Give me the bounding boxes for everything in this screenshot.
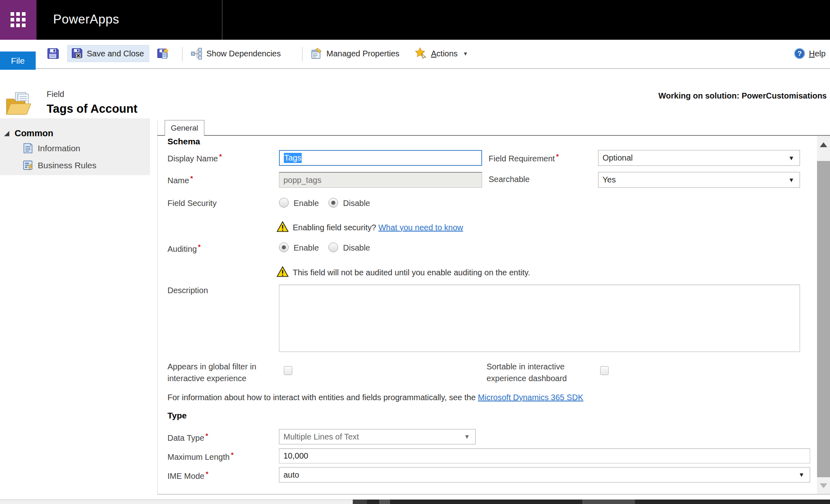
type-section-header: Type <box>167 411 187 420</box>
help-menu-button[interactable]: ? Help ▼ <box>794 45 830 62</box>
navigation-sidebar: Common Information Business Rules <box>0 118 150 175</box>
save-and-new-icon <box>157 47 169 60</box>
tab-strip-divider <box>157 135 830 136</box>
field-security-enable-label[interactable]: Enable <box>294 199 319 208</box>
form-panel-border <box>157 120 158 494</box>
global-filter-label: Appears in global filter in interactive … <box>167 361 271 384</box>
information-icon <box>22 143 33 154</box>
business-rules-icon <box>22 160 33 171</box>
actions-caret-icon: ▼ <box>463 51 468 57</box>
sidebar-group-common[interactable]: Common <box>4 128 53 139</box>
save-and-new-button[interactable] <box>157 45 169 62</box>
field-security-warning: Enabling field security? What you need t… <box>293 223 463 232</box>
ime-mode-label: IME Mode* <box>167 470 208 481</box>
field-security-enable-radio[interactable] <box>279 198 289 208</box>
schema-section-header: Schema <box>167 137 200 146</box>
scroll-down-arrow-icon[interactable] <box>820 483 827 488</box>
what-you-need-to-know-link[interactable]: What you need to know <box>378 223 463 232</box>
bottom-scroll-strip <box>0 500 830 504</box>
field-requirement-select[interactable]: Optional ▼ <box>598 150 800 166</box>
auditing-warning: This field will not be audited until you… <box>293 268 530 277</box>
sidebar-item-information[interactable]: Information <box>22 143 80 154</box>
display-name-label: Display Name* <box>167 153 222 163</box>
searchable-label: Searchable <box>489 175 530 184</box>
waffle-icon <box>11 12 26 28</box>
dropdown-caret-icon: ▼ <box>464 433 470 440</box>
save-and-close-button[interactable]: Save and Close <box>67 45 149 62</box>
toolbar-separator <box>182 47 182 62</box>
field-security-disable-radio[interactable] <box>328 198 338 208</box>
horizontal-scroll-track[interactable] <box>0 500 353 504</box>
sortable-label: Sortable in interactive experience dashb… <box>487 361 578 384</box>
field-folder-icon <box>6 92 32 117</box>
managed-properties-icon <box>311 47 323 60</box>
scroll-up-arrow-icon[interactable] <box>820 142 827 147</box>
auditing-label: Auditing* <box>167 243 201 254</box>
app-header-bar: PowerApps <box>0 0 830 40</box>
sidebar-item-business-rules[interactable]: Business Rules <box>22 160 97 171</box>
selected-text: Tags <box>284 153 302 163</box>
dropdown-caret-icon: ▼ <box>788 154 794 161</box>
tab-general[interactable]: General <box>165 120 204 136</box>
auditing-disable-label[interactable]: Disable <box>343 243 370 253</box>
save-icon <box>47 47 59 60</box>
save-and-close-icon <box>71 47 83 60</box>
scrollbar-thumb[interactable] <box>817 161 830 477</box>
field-requirement-label: Field Requirement* <box>489 153 559 163</box>
expand-triangle-icon <box>4 131 9 136</box>
app-title: PowerApps <box>53 12 119 27</box>
page-title: Tags of Account <box>47 102 137 116</box>
powerapps-field-editor-window: PowerApps File <box>0 0 830 504</box>
data-type-select: Multiple Lines of Text ▼ <box>279 429 476 444</box>
command-bar: File Save and Close <box>0 40 830 69</box>
dynamics-sdk-link[interactable]: Microsoft Dynamics 365 SDK <box>478 393 583 402</box>
record-type-label: Field <box>47 90 64 99</box>
actions-menu-button[interactable]: Actions ▼ <box>414 45 468 62</box>
help-icon: ? <box>794 48 805 59</box>
name-label: Name* <box>167 175 193 185</box>
maximum-length-input[interactable]: 10,000 <box>279 448 810 463</box>
maximum-length-label: Maximum Length* <box>167 451 234 462</box>
sdk-note: For information about how to interact wi… <box>167 393 583 402</box>
managed-properties-button[interactable]: Managed Properties <box>311 45 399 62</box>
searchable-select[interactable]: Yes ▼ <box>598 172 800 188</box>
actions-icon <box>414 47 427 60</box>
data-type-label: Data Type* <box>167 432 208 443</box>
field-security-disable-label[interactable]: Disable <box>343 199 370 208</box>
description-label: Description <box>167 286 208 295</box>
warning-icon <box>277 266 289 277</box>
svg-text:?: ? <box>798 50 802 58</box>
form-vertical-scrollbar[interactable] <box>817 136 830 494</box>
warning-icon <box>277 221 289 232</box>
show-dependencies-icon <box>191 47 203 60</box>
save-button[interactable] <box>47 45 59 62</box>
file-tab[interactable]: File <box>0 51 36 70</box>
form-panel-bottom-border <box>157 494 830 495</box>
show-dependencies-button[interactable]: Show Dependencies <box>191 45 281 62</box>
auditing-enable-label[interactable]: Enable <box>294 243 319 253</box>
sortable-checkbox[interactable] <box>600 366 609 375</box>
auditing-enable-radio[interactable] <box>279 242 289 252</box>
dropdown-caret-icon: ▼ <box>788 176 794 183</box>
name-input: popp_tags <box>279 172 482 188</box>
dropdown-caret-icon: ▼ <box>798 471 804 478</box>
global-filter-checkbox[interactable] <box>284 366 292 375</box>
description-textarea[interactable] <box>279 285 800 352</box>
field-security-label: Field Security <box>167 199 217 208</box>
working-on-solution-label: Working on solution: PowerCustomisations <box>658 91 827 101</box>
display-name-input[interactable]: Tags <box>279 150 482 166</box>
toolbar-separator <box>302 47 302 62</box>
app-launcher-waffle-button[interactable] <box>0 0 36 40</box>
header-divider <box>222 0 223 40</box>
ime-mode-select[interactable]: auto ▼ <box>279 467 810 483</box>
auditing-disable-radio[interactable] <box>328 242 338 252</box>
